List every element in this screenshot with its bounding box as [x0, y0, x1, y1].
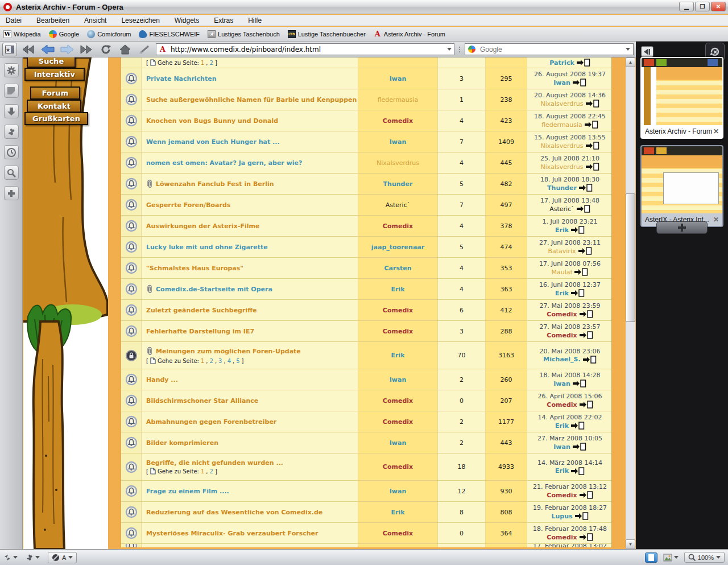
menu-datei[interactable]: Datei [6, 17, 22, 24]
menu-bearbeiten[interactable]: Bearbeiten [36, 17, 69, 24]
last-post-author[interactable]: Comedix [547, 311, 577, 318]
topic-title-link[interactable]: Auswirkungen der Asterix-Filme [146, 222, 259, 230]
forward-button[interactable] [59, 43, 75, 56]
goto-last-post-icon[interactable] [580, 331, 593, 339]
topic-title-link[interactable]: Löwenzahn Fanclub Fest in Berlin [156, 180, 274, 188]
url-input[interactable] [169, 45, 444, 54]
toolbar-divider[interactable] [458, 47, 461, 52]
widgets-status-button[interactable] [26, 554, 40, 562]
rewind-button[interactable] [20, 43, 36, 56]
sidebar-item-suche[interactable]: Suche [27, 57, 76, 68]
goto-last-post-icon[interactable] [573, 443, 586, 451]
scroll-up-button[interactable]: ▲ [626, 57, 635, 67]
topic-author[interactable]: Erik [391, 286, 404, 293]
home-button[interactable] [117, 43, 133, 56]
goto-last-post-icon[interactable] [573, 79, 586, 86]
topic-author[interactable]: Erik [391, 509, 404, 516]
topic-author[interactable]: Comedix [383, 328, 413, 335]
topic-author[interactable]: Asteric` [386, 201, 410, 209]
page-number-link[interactable]: 4 [228, 358, 231, 364]
page-number-link[interactable]: 2 [210, 358, 213, 364]
topic-author[interactable]: Comedix [383, 530, 413, 537]
add-panel-button[interactable] [4, 186, 19, 200]
topic-title-link[interactable]: Frage zu einem Film .... [146, 488, 229, 495]
zoom-control[interactable]: 100% [684, 552, 725, 563]
goto-last-post-icon[interactable] [573, 380, 586, 387]
bookmark-lustige-taschenbuecher[interactable]: Lustige Taschenbuecher [288, 30, 366, 38]
bookmark-asterix-forum[interactable]: Asterix Archiv - Forum [374, 30, 445, 38]
last-post-author[interactable]: Iwan [553, 380, 570, 387]
last-post-author[interactable]: Erik [555, 290, 569, 297]
scrollbar-thumb[interactable] [626, 193, 635, 322]
last-post-author[interactable]: Comedix [547, 401, 577, 409]
sidebar-item-forum[interactable]: Forum [30, 86, 80, 100]
fit-to-width-button[interactable] [645, 552, 657, 563]
minimize-button[interactable]: ▁ [679, 2, 694, 11]
topic-author[interactable]: Nixalsverdrus [377, 159, 419, 167]
last-post-author[interactable]: Comedix [547, 492, 577, 499]
goto-last-post-icon[interactable] [586, 100, 599, 108]
panel-collapse-button[interactable] [641, 46, 653, 57]
sidebar-item-kontakt[interactable]: Kontakt [27, 100, 81, 113]
topic-author[interactable]: Iwan [390, 488, 407, 495]
restore-button[interactable]: ❐ [695, 2, 710, 11]
topic-title-link[interactable]: Bildschirmschoner Star Alliance [146, 397, 258, 405]
goto-last-post-icon[interactable] [578, 247, 592, 255]
topic-author[interactable]: Comedix [383, 418, 413, 426]
menu-extras[interactable]: Extras [214, 17, 233, 24]
last-post-author[interactable]: Erik [555, 226, 569, 234]
last-post-author[interactable]: Comedix [547, 332, 577, 339]
images-toggle-button[interactable] [663, 554, 679, 562]
search-bar[interactable] [465, 43, 634, 55]
menu-lesezeichen[interactable]: Lesezeichen [121, 17, 159, 24]
last-post-author[interactable]: Thunder [547, 184, 577, 192]
goto-last-post-icon[interactable] [571, 467, 585, 475]
reload-button[interactable] [98, 43, 114, 56]
topic-title-link[interactable]: Zuletzt geänderte Suchbegriffe [146, 307, 257, 314]
topic-author[interactable]: Comedix [383, 397, 413, 405]
topic-title-link[interactable]: "Schmalstes Haus Europas" [146, 265, 243, 272]
last-post-author[interactable]: Nixalsverdrus [540, 100, 583, 108]
topic-author[interactable]: Erik [391, 352, 404, 359]
page-number-link[interactable]: 3 [218, 358, 222, 364]
goto-last-post-icon[interactable] [571, 226, 585, 234]
menu-ansicht[interactable]: Ansicht [84, 17, 106, 24]
topic-author[interactable]: Thunder [383, 180, 413, 188]
sync-status-button[interactable] [3, 554, 18, 562]
topic-title-link[interactable]: Reduzierung auf das Wesentliche von Come… [146, 509, 322, 516]
topic-author[interactable]: Comedix [383, 307, 413, 314]
widgets-panel-button[interactable] [4, 125, 19, 139]
goto-last-post-icon[interactable] [574, 268, 588, 276]
goto-last-post-icon[interactable] [580, 401, 593, 409]
goto-last-post-icon[interactable] [585, 121, 598, 129]
bookmark-lustiges-taschenbuch[interactable]: Lustiges Taschenbuch [208, 30, 280, 38]
notes-panel-button[interactable] [4, 84, 19, 98]
tab-thumbnail-active[interactable]: Asterix Archiv - Forum✕ [640, 57, 723, 139]
topic-author[interactable]: Iwan [390, 138, 407, 146]
last-post-author[interactable]: Comedix [547, 534, 577, 541]
bookmark-fieselschweif[interactable]: FIESELSCHWEIF [139, 30, 200, 38]
goto-last-post-icon[interactable] [580, 491, 593, 499]
topic-author[interactable]: jaap_toorenaar [371, 244, 424, 251]
goto-last-post-icon[interactable] [586, 142, 599, 150]
topic-title-link[interactable]: Meinungen zum möglichen Foren-Update [156, 348, 301, 355]
goto-last-post-icon[interactable] [575, 512, 589, 520]
last-post-author[interactable]: Michael_S. [543, 356, 580, 363]
topic-title-link[interactable]: nomen est omen: Avatar? Ja gern, aber wi… [146, 159, 302, 167]
goto-last-post-icon[interactable] [579, 184, 593, 192]
tab-close-icon[interactable]: ✕ [713, 127, 719, 135]
menu-widgets[interactable]: Widgets [175, 17, 199, 24]
topic-author[interactable]: Comedix [383, 117, 413, 125]
bookmark-google[interactable]: Google [49, 30, 79, 38]
settings-panel-button[interactable] [4, 63, 19, 77]
back-button[interactable] [40, 43, 56, 56]
close-button[interactable]: ✕ [711, 2, 726, 11]
goto-last-post-icon[interactable] [586, 163, 599, 171]
history-panel-button[interactable] [4, 145, 19, 159]
topic-title-link[interactable]: Abmahnungen gegen Forenbetreiber [146, 418, 276, 426]
goto-last-post-icon[interactable] [577, 205, 590, 213]
topic-title-link[interactable]: Private Nachrichten [146, 75, 216, 83]
topic-title-link[interactable]: Bilder komprimieren [146, 439, 218, 447]
address-bar[interactable] [156, 43, 454, 55]
address-dropdown-icon[interactable] [447, 48, 452, 51]
